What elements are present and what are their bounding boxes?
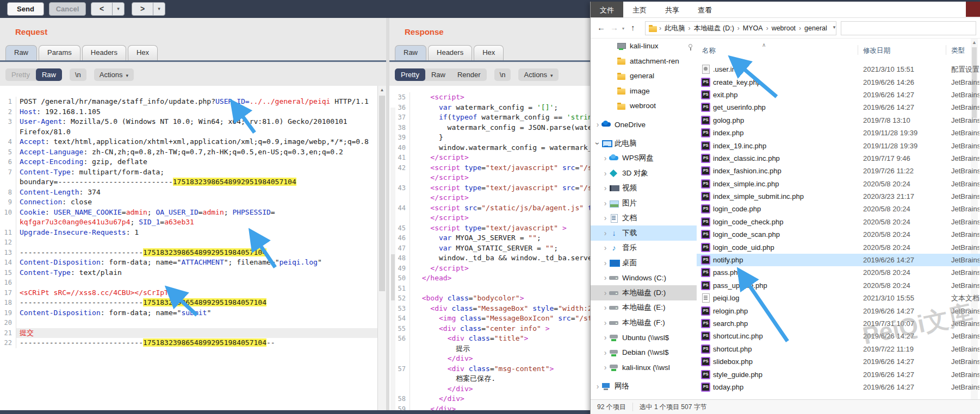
view-render[interactable]: Render [451,68,487,81]
scroll-up-icon[interactable]: ▲ [378,86,386,94]
chevron-collapsed-icon[interactable]: › [594,382,601,391]
sidebar-item-general[interactable]: general [591,68,697,84]
chevron-collapsed-icon[interactable]: › [601,154,609,162]
request-tab-hex[interactable]: Hex [128,45,158,60]
chevron-collapsed-icon[interactable]: › [601,259,609,267]
response-tab-hex[interactable]: Hex [474,45,504,60]
file-row[interactable]: PSstyle_guide.php2019/6/26 14:27JetBrain… [697,368,980,380]
sidebar-item-ubuntu-wsl-[interactable]: ›Ubuntu (\\wsl$ [591,330,697,346]
file-row[interactable]: PSindex_simple.inc.php2020/5/8 20:24JetB… [697,178,980,190]
chevron-collapsed-icon[interactable]: › [601,199,609,208]
forward-icon[interactable]: → [610,23,618,32]
breadcrumb-segment[interactable]: 本地磁盘 (D:) [692,24,736,33]
sidebar-item-debian-wsl-[interactable]: ›Debian (\\wsl$ [591,345,697,360]
sidebar-item-桌面[interactable]: ›桌面 [591,255,697,271]
sidebar-item-文档[interactable]: ›文档 [591,211,697,226]
window-close-button[interactable] [966,2,980,17]
sidebar-item-windows-c-[interactable]: ›Windows (C:) [591,271,697,286]
column-header-type[interactable]: 类型 [951,46,965,55]
chevron-collapsed-icon[interactable]: › [601,348,609,357]
sidebar-item-网络[interactable]: ›网络 [591,379,697,394]
send-button[interactable]: Send [7,2,44,16]
sidebar-item-图片[interactable]: ›图片 [591,196,697,211]
menu-1[interactable]: 主页 [623,2,656,17]
breadcrumb-segment[interactable]: 此电脑 [662,24,687,33]
file-row[interactable]: PSindex.php2019/11/28 19:39JetBrains [697,127,980,139]
back-icon[interactable]: ← [597,23,605,32]
column-header-date[interactable]: 修改日期 [863,46,890,55]
sidebar-item-本地磁盘-d-[interactable]: ›本地磁盘 (D:) [591,285,697,300]
next-request-button[interactable]: > ▾ [132,2,165,16]
sidebar-item-此电脑[interactable]: ›此电脑 [591,136,697,151]
file-row[interactable]: peiqi.log2021/3/10 15:55文本文档 [697,292,980,304]
actions-button[interactable]: Actions▾ [518,68,558,81]
request-editor[interactable]: 1POST /general/hr/manage/staff_info/upda… [0,86,377,410]
sidebar-item-wps网盘[interactable]: ›WPS网盘 [591,151,697,166]
chevron-collapsed-icon[interactable]: › [601,363,609,372]
chevron-collapsed-icon[interactable]: › [601,333,609,342]
file-row[interactable]: PSgolog.php2019/7/8 13:10JetBrains [697,114,980,127]
sidebar-item-下载[interactable]: ›↓下载 [591,225,697,241]
response-tab-raw[interactable]: Raw [395,45,426,60]
search-input[interactable] [841,21,976,35]
menu-file[interactable]: 文件 [591,2,623,17]
request-tab-headers[interactable]: Headers [82,45,126,60]
breadcrumb[interactable]: › 此电脑›本地磁盘 (D:)›MYOA›webroot›general ▾ ↻ [645,21,836,35]
file-row[interactable]: PSnotify.php2019/6/26 14:27JetBrains [697,254,980,266]
file-row[interactable]: PSlogin_code_scan.php2020/5/8 20:24JetBr… [697,228,980,241]
view-raw[interactable]: Raw [425,68,451,81]
chevron-collapsed-icon[interactable]: › [601,214,609,222]
chevron-down-icon[interactable]: ▾ [153,3,165,15]
file-row[interactable]: PSindex_classic.inc.php2019/7/17 9:46Jet… [697,152,980,165]
chevron-collapsed-icon[interactable]: › [601,184,609,192]
sidebar-item-kali-linux[interactable]: kali-linux [591,39,697,54]
file-row[interactable]: PSrelogin.php2019/6/26 14:27JetBrains [697,304,980,317]
menu-3[interactable]: 查看 [689,2,721,17]
file-row[interactable]: PSshortcut.php2019/7/22 11:19JetBrains [697,343,980,355]
breadcrumb-segment[interactable]: general [802,24,829,32]
request-scrollbar[interactable]: ▲ [377,86,386,410]
chevron-collapsed-icon[interactable]: › [601,229,609,237]
file-row[interactable]: PScreate_key.php2019/6/26 14:26JetBrains [697,76,980,88]
sidebar-item-onedrive[interactable]: ›OneDrive [591,117,697,133]
chevron-collapsed-icon[interactable]: › [601,273,609,282]
sidebar-item-attachment-ren[interactable]: attachment-ren [591,54,697,69]
chevron-expanded-icon[interactable]: › [593,140,602,147]
menu-2[interactable]: 共享 [656,2,689,17]
file-row[interactable]: PSslidebox.php2019/6/26 14:27JetBrains [697,355,980,368]
file-row[interactable]: PSpass_update.php2020/5/8 20:24JetBrains [697,279,980,292]
recent-locations-icon[interactable]: ▾ [622,26,624,31]
chevron-collapsed-icon[interactable]: › [594,120,601,129]
breadcrumb-segment[interactable]: MYOA [741,24,765,32]
view-pretty[interactable]: Pretty [395,68,425,81]
file-row[interactable]: PSexit.php2019/6/26 14:27JetBrains [697,89,980,101]
chevron-collapsed-icon[interactable]: › [601,303,609,312]
chevron-collapsed-icon[interactable]: › [601,169,609,178]
file-row[interactable]: PSlogin_code.php2020/5/8 20:24JetBrains [697,203,980,215]
breadcrumb-segment[interactable]: webroot [770,24,798,32]
file-row[interactable]: PSindex_19.inc.php2019/11/28 19:39JetBra… [697,139,980,152]
sidebar-item-image[interactable]: image [591,84,697,99]
actions-button[interactable]: Actions▾ [94,68,134,81]
chevron-collapsed-icon[interactable]: › [601,288,609,297]
chevron-collapsed-icon[interactable]: › [601,318,609,327]
column-divider[interactable] [946,45,946,55]
file-row[interactable]: .user.ini2021/3/10 15:51配置设置 [697,63,980,76]
view-pretty[interactable]: Pretty [5,68,36,81]
request-tab-params[interactable]: Params [39,45,80,60]
sidebar-item-本地磁盘-e-[interactable]: ›本地磁盘 (E:) [591,300,697,316]
file-row[interactable]: PSsearch.php2019/7/31 10:07JetBrains [697,317,980,330]
newline-toggle-button[interactable]: \n [70,68,86,81]
view-raw[interactable]: Raw [36,68,62,81]
newline-toggle-button[interactable]: \n [494,68,511,81]
column-divider[interactable] [858,45,858,55]
sidebar-item-3d-对象[interactable]: ›3D 对象 [591,166,697,181]
cancel-button[interactable]: Cancel [49,2,86,16]
sidebar-item-音乐[interactable]: ›♪音乐 [591,241,697,256]
column-header-name[interactable]: 名称 [702,46,716,55]
chevron-down-icon[interactable]: ▾ [112,3,124,15]
prev-request-button[interactable]: < ▾ [91,2,125,16]
sidebar-item-webroot[interactable]: webroot [591,98,697,114]
file-row[interactable]: PSindex_fashion.inc.php2019/7/26 11:22Je… [697,165,980,177]
file-row[interactable]: PSindex_simple_submit.inc.php2020/3/23 2… [697,190,980,203]
